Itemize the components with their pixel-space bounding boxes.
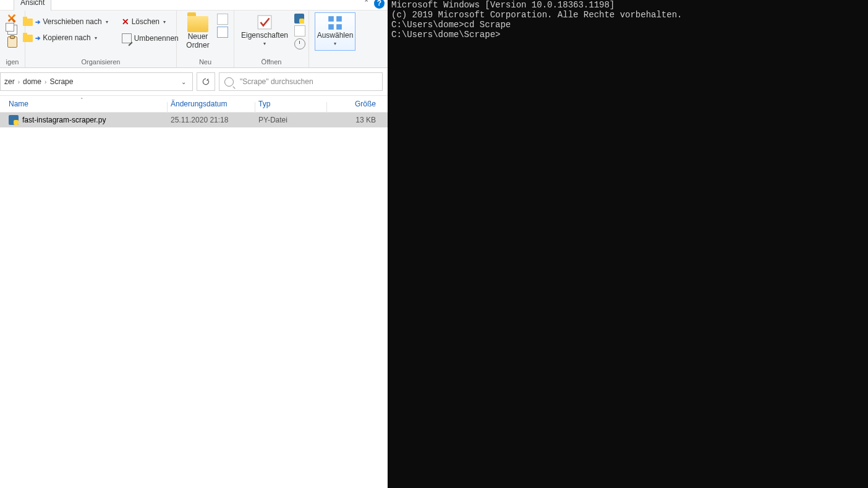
easy-access-icon[interactable] [217, 27, 228, 38]
paste-icon[interactable] [7, 36, 17, 48]
history-icon[interactable] [294, 38, 305, 49]
breadcrumb-segment[interactable]: Scrape [49, 77, 73, 86]
help-icon[interactable]: ? [374, 0, 385, 9]
collapse-ribbon-icon[interactable]: ⌃ [364, 0, 369, 7]
chevron-down-icon: ▾ [106, 19, 108, 25]
ribbon-group-new: Neuer Ordner Neu [177, 11, 234, 67]
arrow-right-icon: ➔ [35, 35, 40, 41]
new-item-icon[interactable] [217, 14, 228, 25]
sort-asc-icon: ˄ [80, 97, 83, 103]
column-header-name[interactable]: Name ˄ [0, 100, 171, 108]
file-name: fast-instagram-scraper.py [22, 116, 106, 124]
rename-button[interactable]: Umbenennen [119, 32, 181, 45]
refresh-button[interactable] [197, 72, 215, 91]
ribbon-group-label: Öffnen [238, 57, 305, 67]
folder-icon [23, 19, 33, 26]
breadcrumb[interactable]: zer › dome › Scrape ⌄ [0, 72, 193, 91]
move-to-button[interactable]: ➔ Verschieben nach ▾ [20, 16, 110, 27]
refresh-icon [202, 77, 210, 86]
terminal-line: C:\Users\dome>cd Scrape [391, 20, 866, 30]
terminal-line: Microsoft Windows [Version 10.0.18363.11… [391, 0, 866, 10]
rename-label: Umbenennen [134, 34, 179, 43]
ribbon-group-label: Neu [181, 57, 230, 67]
chevron-down-icon[interactable]: ⌄ [179, 79, 189, 85]
chevron-down-icon: ▾ [263, 40, 266, 48]
svg-rect-1 [328, 16, 334, 22]
file-type: PY-Datei [258, 116, 330, 124]
column-header-row: Name ˄ Änderungsdatum Typ Größe [0, 96, 388, 113]
new-folder-label-2: Ordner [186, 41, 209, 49]
svg-rect-0 [258, 15, 271, 29]
terminal-line: (c) 2019 Microsoft Corporation. Alle Rec… [391, 10, 866, 20]
file-size: 13 KB [330, 116, 383, 124]
properties-label: Eigenschaften [241, 31, 288, 40]
column-header-label: Name [9, 100, 28, 108]
ribbon-tab-strip: Ansicht ⌃ ? [0, 0, 388, 11]
svg-rect-2 [336, 16, 342, 22]
file-date: 25.11.2020 21:18 [171, 116, 258, 124]
breadcrumb-segment[interactable]: dome [23, 77, 41, 86]
copy-to-label: Kopieren nach [43, 33, 90, 42]
chevron-down-icon: ▾ [163, 19, 166, 25]
cut-icon[interactable] [8, 14, 17, 23]
new-folder-label-1: Neuer [188, 32, 208, 41]
move-to-label: Verschieben nach [43, 17, 101, 26]
delete-icon: ✕ [122, 17, 129, 26]
select-icon [327, 15, 343, 31]
folder-icon [23, 35, 33, 42]
svg-rect-4 [336, 24, 342, 30]
ribbon-group-label: Organisieren [29, 57, 172, 67]
ribbon-group-open: Eigenschaften ▾ Öffnen [234, 11, 309, 67]
tab-view[interactable]: Ansicht [14, 0, 51, 11]
delete-label: Löschen [132, 17, 160, 26]
chevron-down-icon: ▾ [95, 35, 97, 41]
file-row[interactable]: fast-instagram-scraper.py 25.11.2020 21:… [0, 113, 388, 127]
copy-to-button[interactable]: ➔ Kopieren nach ▾ [20, 32, 110, 43]
python-file-icon [9, 115, 19, 125]
ribbon-group-organize: ➔ Verschieben nach ▾ ➔ Kopieren nach ▾ [25, 11, 177, 67]
ribbon: igen ➔ Verschieben nach ▾ ➔ [0, 11, 388, 68]
address-bar-row: zer › dome › Scrape ⌄ [0, 68, 388, 96]
search-icon [224, 77, 234, 87]
open-icon[interactable] [294, 14, 304, 24]
command-prompt-window[interactable]: Microsoft Windows [Version 10.0.18363.11… [389, 0, 868, 488]
column-header-date[interactable]: Änderungsdatum [171, 100, 258, 108]
search-box[interactable] [219, 72, 383, 91]
arrow-right-icon: ➔ [35, 19, 40, 25]
folder-icon [187, 16, 208, 32]
column-header-size[interactable]: Größe [330, 100, 383, 108]
ribbon-group-label: igen [4, 57, 21, 67]
copy-icon[interactable] [7, 25, 17, 35]
select-label: Auswählen [317, 31, 354, 40]
properties-button[interactable]: Eigenschaften ▾ [237, 12, 292, 49]
terminal-prompt[interactable]: C:\Users\dome\Scrape> [391, 30, 866, 40]
search-input[interactable] [239, 77, 377, 87]
column-header-type[interactable]: Typ [258, 100, 330, 108]
file-list[interactable]: Name ˄ Änderungsdatum Typ Größe fast-ins… [0, 96, 388, 488]
properties-icon [256, 14, 273, 31]
rename-icon [122, 33, 132, 43]
chevron-down-icon: ▾ [334, 40, 336, 48]
select-button[interactable]: Auswählen ▾ [315, 12, 356, 51]
file-explorer-window: Ansicht ⌃ ? igen [0, 0, 389, 488]
delete-button[interactable]: ✕ Löschen ▾ [119, 16, 181, 27]
breadcrumb-segment[interactable]: zer [4, 77, 15, 86]
chevron-right-icon[interactable]: › [18, 79, 20, 85]
svg-rect-3 [328, 24, 334, 30]
ribbon-group-select: Auswählen ▾ [309, 11, 361, 67]
chevron-right-icon[interactable]: › [45, 79, 46, 85]
edit-icon[interactable] [294, 25, 305, 36]
new-folder-button[interactable]: Neuer Ordner [182, 12, 213, 51]
ribbon-group-label [313, 64, 357, 67]
